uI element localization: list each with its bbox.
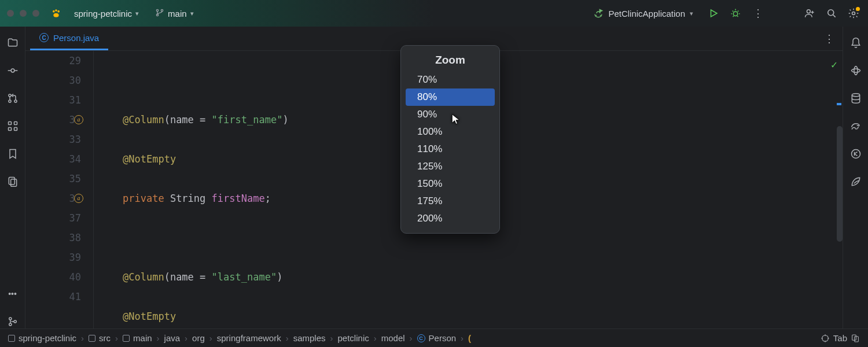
- zoom-popup: Zoom 70%80%90%100%110%125%150%175%200%: [400, 45, 500, 234]
- gradle-tool-icon[interactable]: [849, 119, 863, 133]
- inspection-ok-icon[interactable]: ✓: [831, 54, 837, 75]
- svg-point-12: [852, 12, 855, 15]
- line-number: 31: [25, 90, 81, 110]
- zoom-option[interactable]: 125%: [406, 158, 495, 175]
- run-button[interactable]: [706, 6, 721, 21]
- breadcrumb-bar: spring-petclinic › src › main › java › o…: [0, 328, 868, 347]
- breadcrumb-item[interactable]: petclinic: [338, 333, 369, 343]
- svg-point-24: [9, 323, 11, 326]
- tab-indicator[interactable]: Tab: [821, 333, 860, 343]
- line-number: 38: [25, 228, 81, 248]
- breadcrumb-item[interactable]: spring-petclinic: [8, 333, 76, 343]
- spring-tool-icon[interactable]: [849, 175, 863, 189]
- code-with-me-icon[interactable]: [802, 6, 817, 21]
- chevron-right-icon: ›: [330, 333, 333, 343]
- window-controls[interactable]: [7, 10, 39, 17]
- breadcrumb-item[interactable]: main: [123, 333, 152, 343]
- ai-assistant-tool-icon[interactable]: [849, 64, 863, 77]
- tab-options-button[interactable]: ⋮: [824, 32, 834, 45]
- breadcrumb-item[interactable]: samples: [293, 333, 326, 343]
- override-gutter-icon[interactable]: a: [74, 115, 83, 124]
- chevron-right-icon: ›: [286, 333, 289, 343]
- zoom-option[interactable]: 200%: [406, 210, 495, 227]
- svg-point-14: [8, 94, 10, 97]
- branch-selector[interactable]: main ▾: [150, 6, 198, 21]
- chevron-right-icon: ›: [115, 333, 118, 343]
- svg-rect-29: [852, 335, 856, 340]
- maximize-window-icon[interactable]: [32, 10, 39, 17]
- zoom-option[interactable]: 110%: [406, 141, 495, 158]
- debug-button[interactable]: [728, 6, 743, 21]
- code-line: @Column(name = "last_name"): [123, 267, 834, 287]
- zoom-option[interactable]: 90%: [406, 106, 495, 123]
- services-tool-icon[interactable]: [849, 147, 863, 161]
- svg-rect-22: [10, 179, 16, 187]
- svg-point-0: [53, 10, 55, 13]
- settings-icon[interactable]: [846, 6, 861, 21]
- breadcrumb-class[interactable]: CPerson: [417, 333, 457, 343]
- svg-marker-7: [600, 9, 603, 12]
- project-tool-icon[interactable]: [6, 36, 20, 50]
- project-icon: [50, 7, 62, 20]
- branch-name-label: main: [168, 9, 187, 19]
- pin-icon: [851, 334, 860, 343]
- more-tools-icon[interactable]: •••: [6, 287, 20, 301]
- line-number: 32a: [25, 110, 81, 130]
- zoom-option[interactable]: 70%: [406, 71, 495, 88]
- breadcrumb-item[interactable]: springframework: [217, 333, 281, 343]
- git-tool-icon[interactable]: [6, 315, 20, 328]
- breadcrumb-method[interactable]: (: [468, 333, 471, 343]
- run-config-selector[interactable]: PetClinicApplication ▾: [593, 8, 693, 19]
- database-changes-tool-icon[interactable]: [6, 175, 20, 189]
- editor-tab-active[interactable]: C Person.java: [30, 27, 108, 50]
- line-number: 40: [25, 267, 81, 287]
- chevron-down-icon: ▾: [690, 10, 693, 17]
- notifications-tool-icon[interactable]: [849, 36, 863, 50]
- code-line: @NotEmpty: [123, 307, 834, 326]
- minimize-window-icon[interactable]: [20, 10, 27, 17]
- more-actions-button[interactable]: ⋮: [750, 6, 765, 21]
- chevron-down-icon: ▾: [190, 10, 194, 17]
- chevron-right-icon: ›: [81, 333, 84, 343]
- commit-tool-icon[interactable]: [6, 64, 20, 77]
- line-number: 34: [25, 149, 81, 169]
- run-config-label: PetClinicApplication: [608, 9, 685, 19]
- scrollbar-thumb[interactable]: [837, 126, 843, 242]
- bookmarks-tool-icon[interactable]: [6, 147, 20, 161]
- zoom-option[interactable]: 80%: [406, 88, 495, 106]
- override-gutter-icon[interactable]: a: [74, 194, 83, 203]
- svg-point-4: [156, 9, 158, 11]
- close-window-icon[interactable]: [7, 10, 14, 17]
- titlebar: spring-petclinic ▾ main ▾ PetClinicAppli…: [0, 0, 868, 27]
- svg-point-25: [14, 320, 16, 323]
- chevron-right-icon: ›: [157, 333, 160, 343]
- pull-requests-tool-icon[interactable]: [6, 91, 20, 105]
- svg-rect-20: [14, 128, 17, 131]
- chevron-right-icon: ›: [185, 333, 187, 343]
- svg-rect-30: [855, 336, 859, 341]
- structure-tool-icon[interactable]: [6, 119, 20, 133]
- breadcrumb-item[interactable]: java: [164, 333, 181, 343]
- line-number: 35: [25, 169, 81, 189]
- svg-point-16: [14, 100, 16, 102]
- breadcrumb-item[interactable]: model: [381, 333, 405, 343]
- svg-point-5: [161, 9, 163, 11]
- search-everywhere-icon[interactable]: [824, 6, 839, 21]
- chevron-right-icon: ›: [461, 333, 464, 343]
- folder-icon: [123, 335, 130, 342]
- breadcrumb-item[interactable]: org: [192, 333, 205, 343]
- right-tool-rail: [843, 27, 868, 328]
- project-selector[interactable]: spring-petclinic ▾: [69, 6, 144, 21]
- git-branch-icon: [155, 8, 164, 19]
- zoom-option[interactable]: 100%: [406, 123, 495, 141]
- marker-icon[interactable]: [837, 103, 841, 105]
- method-icon: (: [468, 333, 471, 343]
- line-number: 39: [25, 248, 81, 267]
- zoom-option[interactable]: 175%: [406, 193, 495, 210]
- tab-filename: Person.java: [53, 33, 99, 43]
- database-tool-icon[interactable]: [849, 91, 863, 105]
- zoom-option[interactable]: 150%: [406, 175, 495, 193]
- gutter[interactable]: 29 30 31 32a 33 34 35 36a 37 38 39 40 41: [25, 51, 94, 328]
- breadcrumb-item[interactable]: src: [89, 333, 111, 343]
- svg-point-1: [55, 9, 57, 12]
